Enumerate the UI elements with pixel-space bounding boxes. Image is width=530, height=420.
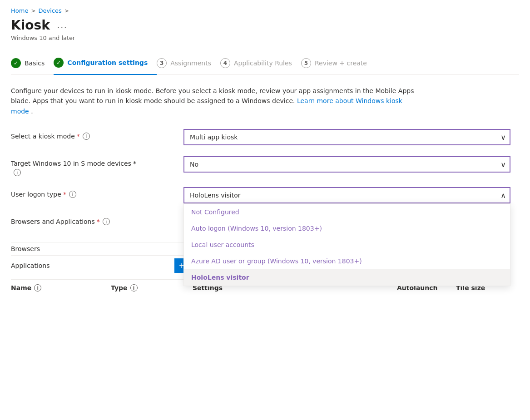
breadcrumb-sep2: > <box>64 8 69 14</box>
content-area: Configure your devices to run in kiosk m… <box>11 86 510 296</box>
target-windows-info-icon[interactable]: i <box>14 169 21 176</box>
user-logon-control: HoloLens visitor ∧ Not Configured Auto l… <box>183 187 510 203</box>
user-logon-label: User logon type * i <box>11 187 174 198</box>
step-review-icon: 5 <box>301 58 311 68</box>
user-logon-dropdown-wrapper: HoloLens visitor ∧ Not Configured Auto l… <box>183 187 510 203</box>
user-logon-dropdown[interactable]: HoloLens visitor <box>183 187 510 203</box>
browsers-label: Browsers <box>11 245 174 252</box>
target-windows-dropdown[interactable]: No <box>183 156 510 173</box>
applications-label: Applications <box>11 262 174 269</box>
kiosk-mode-info-icon[interactable]: i <box>83 133 90 140</box>
target-windows-control: No ∨ <box>183 156 510 173</box>
page-subtitle: Windows 10 and later <box>11 35 519 41</box>
dropdown-option-auto-logon[interactable]: Auto logon (Windows 10, version 1803+) <box>184 220 510 237</box>
target-windows-field: Target Windows 10 in S mode devices * i … <box>11 156 510 176</box>
dropdown-option-azure-ad[interactable]: Azure AD user or group (Windows 10, vers… <box>184 253 510 269</box>
kiosk-mode-dropdown[interactable]: Multi app kiosk <box>183 129 510 145</box>
breadcrumb-sep1: > <box>31 8 35 14</box>
browsers-apps-required: * <box>97 218 100 225</box>
table-col-name: Name i <box>11 284 111 292</box>
kiosk-mode-field: Select a kiosk mode * i Multi app kiosk … <box>11 129 510 145</box>
step-assignments-label: Assignments <box>170 59 211 67</box>
step-configuration-icon: ✓ <box>54 58 64 68</box>
step-basics-icon: ✓ <box>11 58 21 68</box>
table-col-type: Type i <box>111 284 193 292</box>
kiosk-mode-required: * <box>77 133 80 140</box>
wizard-steps: ✓ Basics ✓ Configuration settings 3 Assi… <box>11 52 519 75</box>
description: Configure your devices to run in kiosk m… <box>11 86 420 116</box>
target-windows-required: * <box>133 160 136 167</box>
step-basics-label: Basics <box>25 59 45 67</box>
step-review[interactable]: 5 Review + create <box>301 53 376 74</box>
step-assignments-icon: 3 <box>157 58 167 68</box>
table-name-info-icon[interactable]: i <box>34 284 41 292</box>
dropdown-option-local-user[interactable]: Local user accounts <box>184 237 510 253</box>
step-applicability-icon: 4 <box>220 58 230 68</box>
target-windows-label: Target Windows 10 in S mode devices * i <box>11 156 174 176</box>
target-windows-dropdown-wrapper: No ∨ <box>183 156 510 173</box>
kiosk-mode-label: Select a kiosk mode * i <box>11 129 174 140</box>
description-period: . <box>31 108 33 115</box>
dropdown-option-hololens[interactable]: HoloLens visitor <box>184 269 510 286</box>
step-configuration[interactable]: ✓ Configuration settings <box>54 52 157 75</box>
step-configuration-label: Configuration settings <box>67 59 148 66</box>
page-header: Kiosk ... <box>11 18 519 33</box>
breadcrumb: Home > Devices > <box>11 7 519 14</box>
table-type-info-icon[interactable]: i <box>130 284 138 292</box>
step-applicability-label: Applicability Rules <box>234 59 292 67</box>
user-logon-required: * <box>63 191 66 198</box>
step-review-label: Review + create <box>315 59 367 67</box>
user-logon-info-icon[interactable]: i <box>69 191 76 198</box>
step-applicability[interactable]: 4 Applicability Rules <box>220 53 301 74</box>
kiosk-mode-dropdown-wrapper: Multi app kiosk ∨ <box>183 129 510 145</box>
user-logon-dropdown-menu: Not Configured Auto logon (Windows 10, v… <box>183 203 510 286</box>
step-assignments[interactable]: 3 Assignments <box>157 53 220 74</box>
browsers-apps-label: Browsers and Applications * i <box>11 214 174 225</box>
dropdown-option-not-configured[interactable]: Not Configured <box>184 204 510 220</box>
kiosk-mode-control: Multi app kiosk ∨ <box>183 129 510 145</box>
page-title: Kiosk <box>11 18 50 33</box>
breadcrumb-devices[interactable]: Devices <box>38 7 61 14</box>
more-button[interactable]: ... <box>54 19 70 31</box>
user-logon-field: User logon type * i HoloLens visitor ∧ N… <box>11 187 510 203</box>
step-basics[interactable]: ✓ Basics <box>11 53 54 74</box>
breadcrumb-home[interactable]: Home <box>11 7 28 14</box>
browsers-apps-info-icon[interactable]: i <box>103 218 110 225</box>
